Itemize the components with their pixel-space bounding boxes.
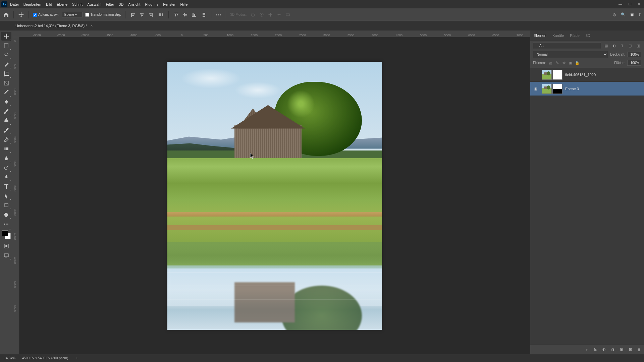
- dodge-tool[interactable]: [1, 163, 11, 172]
- vertical-ruler[interactable]: 0 500 1000 1500 2000 2500 3000 3500 4000…: [13, 37, 19, 354]
- adjustment-icon[interactable]: ◑: [610, 347, 616, 352]
- menu-3d[interactable]: 3D: [119, 2, 123, 6]
- eraser-tool[interactable]: [1, 135, 11, 144]
- screen-mode-tool[interactable]: [1, 251, 11, 260]
- lock-artboard-icon[interactable]: ▣: [568, 60, 573, 66]
- home-button[interactable]: [3, 11, 9, 18]
- workspace-icon[interactable]: ▣: [630, 12, 634, 17]
- search-icon[interactable]: 🔍: [621, 12, 626, 17]
- menu-filter[interactable]: Filter: [106, 2, 114, 6]
- auto-select-input[interactable]: [33, 13, 37, 17]
- menu-image[interactable]: Bild: [46, 2, 52, 6]
- layer-mask-thumbnail[interactable]: [552, 70, 562, 80]
- foreground-color[interactable]: [2, 230, 8, 236]
- shape-tool[interactable]: [1, 201, 11, 209]
- filter-smart-icon[interactable]: ◫: [635, 43, 641, 49]
- healing-tool[interactable]: [1, 98, 11, 106]
- share-icon[interactable]: ⇧: [638, 12, 641, 17]
- frame-tool[interactable]: [1, 79, 11, 87]
- distribute-v-button[interactable]: [200, 11, 208, 18]
- tab-paths[interactable]: Pfade: [569, 32, 580, 39]
- brush-tool[interactable]: [1, 107, 11, 116]
- status-chevron-icon[interactable]: ›: [76, 356, 77, 360]
- layer-group-select[interactable]: Ebene ▾: [62, 12, 83, 17]
- hand-tool[interactable]: [1, 210, 11, 219]
- blend-mode-select[interactable]: Normal: [533, 51, 608, 58]
- menu-window[interactable]: Fenster: [163, 2, 175, 6]
- magic-wand-tool[interactable]: [1, 60, 11, 69]
- tab-3d[interactable]: 3D: [585, 32, 591, 39]
- filter-shape-icon[interactable]: ▢: [627, 43, 633, 49]
- maximize-button[interactable]: ☐: [628, 2, 632, 6]
- minimize-button[interactable]: —: [619, 2, 622, 6]
- align-center-h-button[interactable]: [138, 11, 146, 18]
- menu-select[interactable]: Auswahl: [87, 2, 101, 6]
- group-icon[interactable]: ▣: [619, 347, 625, 352]
- align-center-v-button[interactable]: [181, 11, 189, 18]
- canvas-area[interactable]: [19, 37, 530, 354]
- menu-view[interactable]: Ansicht: [128, 2, 140, 6]
- marquee-tool[interactable]: [1, 41, 11, 50]
- more-options-button[interactable]: •••: [216, 13, 222, 17]
- align-top-button[interactable]: [173, 11, 180, 18]
- new-layer-icon[interactable]: ⊞: [627, 347, 633, 352]
- document-dimensions[interactable]: 4500 Px x 5400 Px (300 ppcm): [22, 356, 68, 360]
- transform-controls-checkbox[interactable]: Transformationsstrg.: [85, 13, 121, 17]
- lock-transparent-icon[interactable]: ▨: [548, 60, 553, 66]
- zoom-level[interactable]: 14,34%: [4, 356, 15, 360]
- opacity-value[interactable]: 100%: [627, 52, 641, 57]
- blur-tool[interactable]: [1, 154, 11, 163]
- pen-tool[interactable]: [1, 173, 11, 181]
- menu-type[interactable]: Schrift: [72, 2, 83, 6]
- layer-name[interactable]: Ebene 3: [565, 87, 579, 91]
- swap-colors-icon[interactable]: ⇄: [9, 228, 11, 231]
- distribute-h-button[interactable]: [157, 11, 164, 18]
- move-tool-icon[interactable]: [18, 11, 24, 18]
- layer-thumbnail[interactable]: [542, 70, 552, 80]
- filter-text-icon[interactable]: T: [619, 43, 625, 49]
- gradient-tool[interactable]: [1, 144, 11, 153]
- layer-mask-thumbnail[interactable]: [552, 84, 562, 94]
- fill-value[interactable]: 100%: [627, 60, 641, 66]
- filter-adjust-icon[interactable]: ◐: [611, 43, 617, 49]
- path-select-tool[interactable]: [1, 191, 11, 200]
- document-canvas[interactable]: [167, 62, 382, 330]
- lock-position-icon[interactable]: ✥: [561, 60, 567, 66]
- link-layers-icon[interactable]: ⟐: [584, 348, 590, 352]
- mask-icon[interactable]: ◐: [601, 347, 607, 352]
- close-button[interactable]: ✕: [638, 2, 641, 6]
- layer-filter-select[interactable]: [533, 43, 601, 49]
- align-left-button[interactable]: [129, 11, 137, 18]
- close-tab-icon[interactable]: ×: [90, 23, 93, 28]
- visibility-toggle[interactable]: ◉: [532, 86, 539, 91]
- document-tab[interactable]: Unbenannt-2 bei 14,3% (Ebene 3, RGB/8) *…: [13, 22, 95, 29]
- transform-controls-input[interactable]: [85, 13, 89, 17]
- menu-edit[interactable]: Bearbeiten: [23, 2, 41, 6]
- color-swatches[interactable]: ⇄: [2, 230, 11, 239]
- tab-channels[interactable]: Kanäle: [552, 32, 565, 39]
- eyedropper-tool[interactable]: [1, 88, 11, 97]
- menu-file[interactable]: Datei: [10, 2, 19, 6]
- clone-tool[interactable]: [1, 116, 11, 125]
- crop-tool[interactable]: [1, 69, 11, 78]
- filter-image-icon[interactable]: ▦: [603, 43, 609, 49]
- layer-thumbnail[interactable]: [542, 84, 552, 94]
- menu-layer[interactable]: Ebene: [57, 2, 67, 6]
- more-tools[interactable]: •••: [1, 220, 11, 228]
- cloud-docs-icon[interactable]: ◎: [613, 12, 616, 17]
- history-brush-tool[interactable]: [1, 126, 11, 134]
- auto-select-checkbox[interactable]: Autom. ausw.:: [33, 13, 59, 17]
- move-tool[interactable]: [1, 32, 11, 41]
- layer-row[interactable]: field-406181_1920: [530, 68, 644, 82]
- lock-brush-icon[interactable]: ✎: [554, 60, 560, 66]
- delete-layer-icon[interactable]: 🗑: [636, 348, 642, 352]
- quick-mask-tool[interactable]: [1, 242, 11, 250]
- lock-all-icon[interactable]: 🔒: [575, 60, 580, 66]
- tab-layers[interactable]: Ebenen: [533, 32, 547, 39]
- align-right-button[interactable]: [147, 11, 154, 18]
- menu-plugins[interactable]: Plug-ins: [145, 2, 158, 6]
- lasso-tool[interactable]: [1, 51, 11, 59]
- layer-name[interactable]: field-406181_1920: [565, 73, 596, 77]
- fx-icon[interactable]: fx: [592, 348, 598, 352]
- layer-row[interactable]: ◉ Ebene 3: [530, 82, 644, 96]
